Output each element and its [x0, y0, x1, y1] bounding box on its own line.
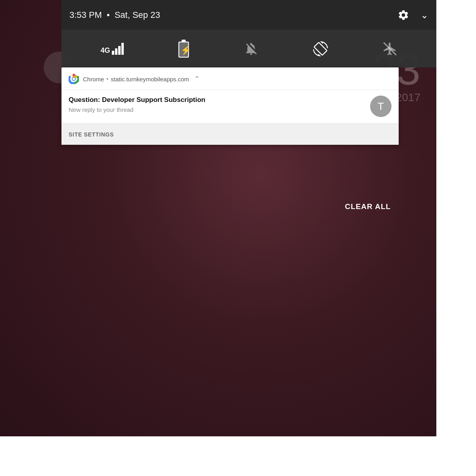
signal-bars: [112, 43, 124, 55]
chrome-logo-icon: [69, 74, 79, 84]
notification-app-name: Chrome: [83, 76, 104, 83]
screen-rotation-icon: [313, 41, 328, 56]
svg-rect-1: [182, 40, 186, 42]
notification-header: Chrome • static.turnkeymobileapps.com ⌃: [61, 67, 399, 90]
notifications-off-indicator: [244, 41, 259, 56]
notification-text-block: Question: Developer Support Subscription…: [69, 96, 365, 113]
notification-url: static.turnkeymobileapps.com: [111, 76, 189, 83]
notification-expand-icon[interactable]: ⌃: [194, 75, 200, 83]
quick-settings-row: 4G ⚡: [61, 30, 436, 67]
status-time: 3:53 PM: [69, 10, 102, 20]
site-settings-button[interactable]: SITE SETTINGS: [69, 128, 114, 141]
expand-icon[interactable]: ⌄: [420, 10, 428, 21]
settings-icon[interactable]: [397, 9, 409, 21]
screen-rotation-indicator: [313, 41, 328, 56]
svg-point-8: [73, 78, 75, 81]
4g-label: 4G: [100, 46, 110, 55]
notifications-off-icon: [244, 41, 259, 56]
4g-signal-icon: 4G: [100, 43, 124, 55]
signal-indicator: 4G: [100, 43, 124, 55]
notification-title: Question: Developer Support Subscription: [69, 96, 365, 104]
clear-all-button[interactable]: CLEAR ALL: [345, 202, 391, 211]
airplane-mode-icon: [382, 41, 397, 56]
notification-avatar: T: [370, 96, 392, 117]
notification-bullet: •: [106, 76, 108, 82]
status-bar-right: ⌄: [397, 9, 428, 21]
svg-text:⚡: ⚡: [180, 45, 189, 56]
notification-app-info: Chrome • static.turnkeymobileapps.com ⌃: [83, 75, 392, 83]
notification-subtitle: New reply to your thread: [69, 106, 365, 113]
airplane-mode-indicator: [382, 41, 397, 56]
status-bar-left: 3:53 PM • Sat, Sep 23: [69, 10, 397, 20]
battery-charging-icon: ⚡: [178, 40, 189, 58]
status-bar: 3:53 PM • Sat, Sep 23 ⌄: [61, 0, 436, 30]
notification-panel: Chrome • static.turnkeymobileapps.com ⌃ …: [61, 67, 399, 145]
avatar-letter: T: [378, 100, 384, 113]
battery-indicator: ⚡: [178, 40, 189, 58]
notification-actions: SITE SETTINGS: [61, 123, 399, 145]
status-separator: •: [107, 10, 110, 20]
notification-body: Question: Developer Support Subscription…: [61, 90, 399, 123]
notification-content-row: Question: Developer Support Subscription…: [69, 96, 392, 117]
status-date: Sat, Sep 23: [115, 10, 160, 20]
